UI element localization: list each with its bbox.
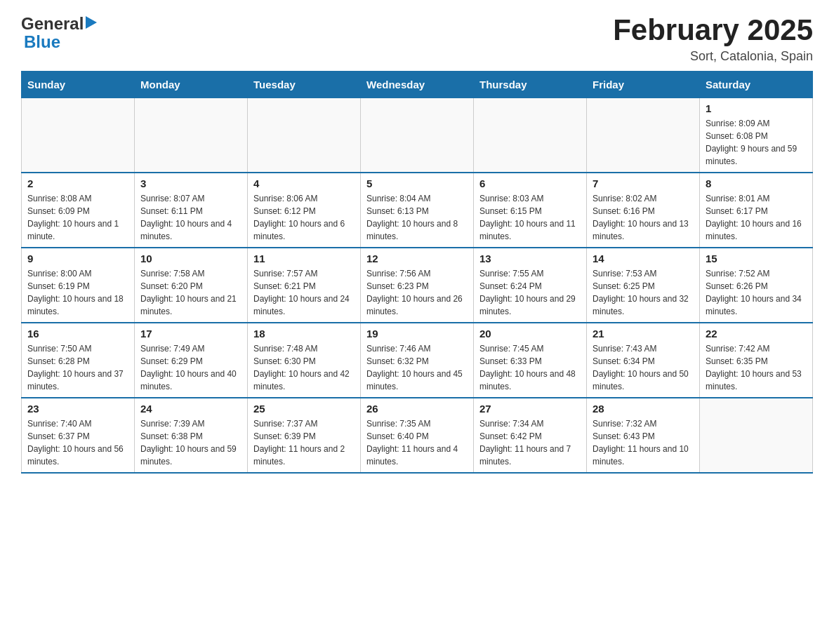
calendar-header-row: Sunday Monday Tuesday Wednesday Thursday… — [22, 72, 813, 98]
day-number: 25 — [253, 403, 355, 415]
table-row: 26Sunrise: 7:35 AMSunset: 6:40 PMDayligh… — [361, 398, 474, 473]
table-row: 12Sunrise: 7:56 AMSunset: 6:23 PMDayligh… — [361, 248, 474, 323]
table-row: 5Sunrise: 8:04 AMSunset: 6:13 PMDaylight… — [361, 173, 474, 248]
location-subtitle: Sort, Catalonia, Spain — [613, 49, 813, 64]
day-info: Sunrise: 8:06 AMSunset: 6:12 PMDaylight:… — [253, 192, 355, 243]
day-info: Sunrise: 7:57 AMSunset: 6:21 PMDaylight:… — [253, 267, 355, 318]
day-info: Sunrise: 7:48 AMSunset: 6:30 PMDaylight:… — [253, 342, 355, 393]
calendar-week-row: 16Sunrise: 7:50 AMSunset: 6:28 PMDayligh… — [22, 323, 813, 398]
table-row — [248, 98, 361, 173]
day-number: 11 — [253, 253, 355, 264]
day-number: 17 — [140, 328, 241, 340]
table-row: 11Sunrise: 7:57 AMSunset: 6:21 PMDayligh… — [248, 248, 361, 323]
table-row: 24Sunrise: 7:39 AMSunset: 6:38 PMDayligh… — [135, 398, 248, 473]
calendar-table: Sunday Monday Tuesday Wednesday Thursday… — [21, 71, 813, 474]
day-number: 4 — [253, 177, 355, 189]
day-number: 13 — [479, 253, 581, 264]
table-row: 16Sunrise: 7:50 AMSunset: 6:28 PMDayligh… — [22, 323, 135, 398]
table-row: 15Sunrise: 7:52 AMSunset: 6:26 PMDayligh… — [700, 248, 813, 323]
table-row: 21Sunrise: 7:43 AMSunset: 6:34 PMDayligh… — [587, 323, 700, 398]
day-info: Sunrise: 8:09 AMSunset: 6:08 PMDaylight:… — [706, 117, 807, 168]
calendar-week-row: 23Sunrise: 7:40 AMSunset: 6:37 PMDayligh… — [22, 398, 813, 473]
table-row — [22, 98, 135, 173]
day-info: Sunrise: 7:32 AMSunset: 6:43 PMDaylight:… — [593, 417, 694, 468]
col-thursday: Thursday — [474, 72, 587, 98]
day-number: 1 — [706, 102, 807, 114]
logo-blue-text: Blue — [24, 32, 60, 52]
table-row: 8Sunrise: 8:01 AMSunset: 6:17 PMDaylight… — [700, 173, 813, 248]
table-row — [474, 98, 587, 173]
logo-general-text: General — [21, 14, 84, 34]
page-header: General Blue February 2025 Sort, Catalon… — [21, 14, 813, 64]
table-row: 14Sunrise: 7:53 AMSunset: 6:25 PMDayligh… — [587, 248, 700, 323]
table-row — [361, 98, 474, 173]
col-sunday: Sunday — [22, 72, 135, 98]
day-info: Sunrise: 7:34 AMSunset: 6:42 PMDaylight:… — [479, 417, 581, 468]
table-row: 17Sunrise: 7:49 AMSunset: 6:29 PMDayligh… — [135, 323, 248, 398]
day-info: Sunrise: 7:52 AMSunset: 6:26 PMDaylight:… — [706, 267, 807, 318]
day-info: Sunrise: 7:37 AMSunset: 6:39 PMDaylight:… — [253, 417, 355, 468]
table-row: 2Sunrise: 8:08 AMSunset: 6:09 PMDaylight… — [22, 173, 135, 248]
day-number: 21 — [593, 328, 694, 340]
table-row: 27Sunrise: 7:34 AMSunset: 6:42 PMDayligh… — [474, 398, 587, 473]
day-number: 9 — [27, 253, 128, 264]
table-row — [135, 98, 248, 173]
day-number: 7 — [593, 177, 694, 189]
day-info: Sunrise: 7:53 AMSunset: 6:25 PMDaylight:… — [593, 267, 694, 318]
day-number: 2 — [27, 177, 128, 189]
table-row: 3Sunrise: 8:07 AMSunset: 6:11 PMDaylight… — [135, 173, 248, 248]
month-title: February 2025 — [613, 14, 813, 46]
table-row: 4Sunrise: 8:06 AMSunset: 6:12 PMDaylight… — [248, 173, 361, 248]
table-row: 9Sunrise: 8:00 AMSunset: 6:19 PMDaylight… — [22, 248, 135, 323]
day-number: 15 — [706, 253, 807, 264]
day-info: Sunrise: 7:49 AMSunset: 6:29 PMDaylight:… — [140, 342, 241, 393]
day-info: Sunrise: 7:46 AMSunset: 6:32 PMDaylight:… — [366, 342, 468, 393]
day-number: 10 — [140, 253, 241, 264]
table-row — [700, 398, 813, 473]
calendar-week-row: 1Sunrise: 8:09 AMSunset: 6:08 PMDaylight… — [22, 98, 813, 173]
col-wednesday: Wednesday — [361, 72, 474, 98]
day-info: Sunrise: 7:56 AMSunset: 6:23 PMDaylight:… — [366, 267, 468, 318]
svg-marker-0 — [86, 16, 97, 29]
day-info: Sunrise: 8:07 AMSunset: 6:11 PMDaylight:… — [140, 192, 241, 243]
day-info: Sunrise: 7:39 AMSunset: 6:38 PMDaylight:… — [140, 417, 241, 468]
logo: General Blue — [21, 14, 97, 52]
table-row: 7Sunrise: 8:02 AMSunset: 6:16 PMDaylight… — [587, 173, 700, 248]
day-number: 26 — [366, 403, 468, 415]
table-row: 25Sunrise: 7:37 AMSunset: 6:39 PMDayligh… — [248, 398, 361, 473]
table-row: 6Sunrise: 8:03 AMSunset: 6:15 PMDaylight… — [474, 173, 587, 248]
table-row: 19Sunrise: 7:46 AMSunset: 6:32 PMDayligh… — [361, 323, 474, 398]
title-area: February 2025 Sort, Catalonia, Spain — [613, 14, 813, 64]
day-number: 18 — [253, 328, 355, 340]
day-number: 14 — [593, 253, 694, 264]
day-number: 27 — [479, 403, 581, 415]
table-row: 1Sunrise: 8:09 AMSunset: 6:08 PMDaylight… — [700, 98, 813, 173]
day-info: Sunrise: 7:40 AMSunset: 6:37 PMDaylight:… — [27, 417, 128, 468]
day-number: 6 — [479, 177, 581, 189]
day-info: Sunrise: 8:03 AMSunset: 6:15 PMDaylight:… — [479, 192, 581, 243]
day-info: Sunrise: 7:50 AMSunset: 6:28 PMDaylight:… — [27, 342, 128, 393]
table-row: 20Sunrise: 7:45 AMSunset: 6:33 PMDayligh… — [474, 323, 587, 398]
table-row: 10Sunrise: 7:58 AMSunset: 6:20 PMDayligh… — [135, 248, 248, 323]
table-row: 23Sunrise: 7:40 AMSunset: 6:37 PMDayligh… — [22, 398, 135, 473]
day-info: Sunrise: 8:00 AMSunset: 6:19 PMDaylight:… — [27, 267, 128, 318]
day-number: 5 — [366, 177, 468, 189]
col-friday: Friday — [587, 72, 700, 98]
day-info: Sunrise: 7:42 AMSunset: 6:35 PMDaylight:… — [706, 342, 807, 393]
day-number: 3 — [140, 177, 241, 189]
day-number: 23 — [27, 403, 128, 415]
col-tuesday: Tuesday — [248, 72, 361, 98]
col-monday: Monday — [135, 72, 248, 98]
table-row: 28Sunrise: 7:32 AMSunset: 6:43 PMDayligh… — [587, 398, 700, 473]
day-info: Sunrise: 8:08 AMSunset: 6:09 PMDaylight:… — [27, 192, 128, 243]
day-number: 24 — [140, 403, 241, 415]
day-info: Sunrise: 8:04 AMSunset: 6:13 PMDaylight:… — [366, 192, 468, 243]
table-row: 22Sunrise: 7:42 AMSunset: 6:35 PMDayligh… — [700, 323, 813, 398]
day-number: 8 — [706, 177, 807, 189]
day-info: Sunrise: 8:01 AMSunset: 6:17 PMDaylight:… — [706, 192, 807, 243]
day-info: Sunrise: 7:58 AMSunset: 6:20 PMDaylight:… — [140, 267, 241, 318]
day-number: 16 — [27, 328, 128, 340]
table-row — [587, 98, 700, 173]
col-saturday: Saturday — [700, 72, 813, 98]
day-info: Sunrise: 7:43 AMSunset: 6:34 PMDaylight:… — [593, 342, 694, 393]
